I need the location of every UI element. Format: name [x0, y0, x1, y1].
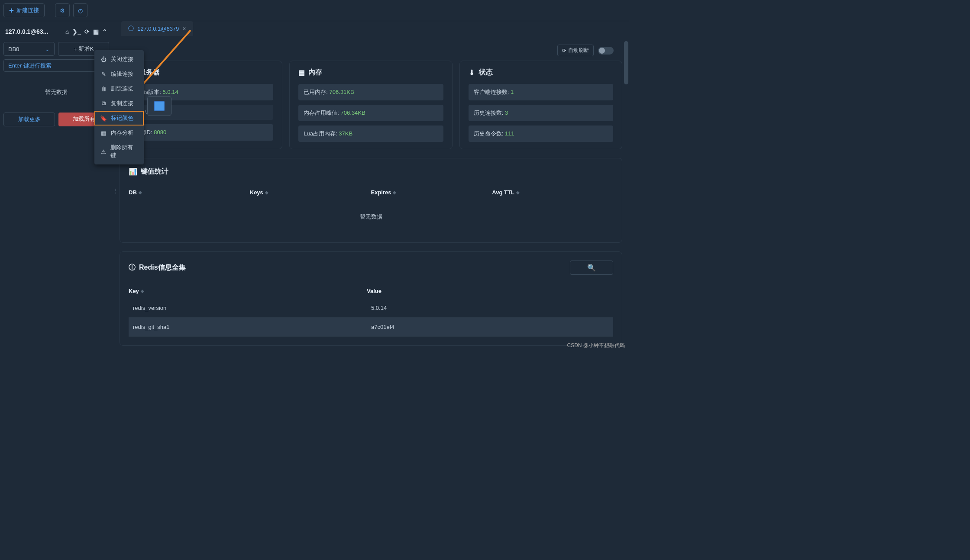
search-input[interactable] [3, 59, 109, 72]
status-title: 状态 [479, 68, 493, 77]
info-value: 5.0.14 [371, 305, 387, 311]
stat-row: 已用内存: 706.31KB [298, 84, 443, 100]
empty-message: 暂无数据 [3, 75, 109, 109]
ctx-close-connection[interactable]: ⏻关闭连接 [94, 52, 144, 67]
table-row: redis_version 5.0.14 [129, 299, 613, 318]
home-icon[interactable]: ⌂ [65, 28, 69, 35]
warning-icon: ⚠ [100, 148, 106, 155]
stat-row: 客户端连接数: 1 [469, 84, 613, 100]
sort-icon: ◆ [265, 190, 268, 195]
plus-icon: + [74, 46, 77, 52]
client-count: 1 [511, 89, 514, 95]
col-db[interactable]: DB◆ [129, 189, 250, 196]
auto-refresh-button[interactable]: ⟳ 自动刷新 [557, 45, 594, 56]
db-select[interactable]: DB0 ⌄ [3, 42, 55, 56]
sort-icon: ◆ [393, 190, 396, 195]
auto-refresh-label: 自动刷新 [568, 47, 589, 54]
history-button[interactable]: ◷ [73, 3, 87, 17]
info-icon: ⓘ [128, 25, 134, 32]
grid-icon[interactable]: ▦ [93, 28, 99, 35]
used-memory: 706.31KB [330, 89, 354, 95]
connection-name: 127.0.0.1@63... [5, 28, 48, 35]
copy-icon: ⧉ [100, 100, 107, 107]
info-search[interactable]: 🔍 [570, 261, 613, 275]
clock-icon: ◷ [78, 7, 83, 14]
plus-icon: ✚ [9, 7, 14, 14]
memory-icon: ▤ [298, 68, 305, 77]
stat-row: 历史命令数: 111 [469, 126, 613, 142]
table-row: redis_git_sha1 a7c01ef4 [129, 318, 613, 337]
peak-memory: 706.34KB [341, 109, 365, 116]
memory-card: ▤内存 已用内存: 706.31KB 内存占用峰值: 706.34KB Lua占… [289, 61, 452, 149]
auto-refresh-toggle[interactable] [598, 47, 614, 55]
refresh-icon: ⟳ [562, 48, 566, 54]
new-connection-button[interactable]: ✚ 新建连接 [3, 3, 45, 17]
sort-icon: ◆ [516, 190, 520, 195]
keystats-panel: 📊键值统计 DB◆ Keys◆ Expires◆ Avg TTL◆ 暂无数据 [120, 158, 622, 243]
col-key[interactable]: Key◆ [129, 288, 367, 294]
edit-icon: ✎ [100, 71, 107, 77]
keystats-empty: 暂无数据 [129, 200, 613, 234]
process-id: 8080 [154, 129, 166, 135]
sort-icon: ◆ [141, 289, 144, 293]
db-select-label: DB0 [8, 46, 19, 52]
ctx-memory-analysis[interactable]: ▦内存分析 [94, 126, 144, 140]
redis-info-panel: ⓘRedis信息全集 🔍 Key◆ Value redis_version 5.… [120, 251, 622, 346]
col-expires[interactable]: Expires◆ [371, 189, 492, 196]
bookmark-icon: 🔖 [100, 115, 107, 122]
col-avgttl[interactable]: Avg TTL◆ [492, 189, 613, 196]
col-value: Value [367, 288, 613, 294]
gear-icon: ⚙ [60, 7, 65, 14]
context-menu: ⏻关闭连接 ✎编辑连接 🗑删除连接 ⧉复制连接 🔖标记颜色 ▦内存分析 ⚠删除所… [94, 50, 144, 164]
stat-row: 内存占用峰值: 706.34KB [298, 105, 443, 121]
info-icon: ⓘ [129, 263, 136, 272]
new-connection-label: 新建连接 [16, 6, 39, 14]
ctx-copy-connection[interactable]: ⧉复制连接 [94, 96, 144, 111]
add-key-label: 新增K [78, 45, 94, 53]
redis-info-title: Redis信息全集 [139, 263, 186, 272]
splitter-handle[interactable]: ⋮ [113, 182, 117, 199]
sort-icon: ◆ [139, 190, 142, 195]
chevron-up-icon[interactable]: ⌃ [102, 28, 107, 35]
chart-icon: 📊 [129, 167, 137, 176]
close-icon[interactable]: × [182, 25, 186, 32]
status-icon: 🌡 [469, 69, 475, 77]
connection-tab[interactable]: ⓘ 127.0.0.1@6379 × [121, 21, 193, 36]
stat-row: 历史连接数: 3 [469, 105, 613, 121]
ctx-delete-connection[interactable]: 🗑删除连接 [94, 81, 144, 96]
status-card: 🌡状态 客户端连接数: 1 历史连接数: 3 历史命令数: 111 [459, 61, 622, 149]
stat-row: Lua占用内存: 37KB [298, 126, 443, 142]
chevron-down-icon: ⌄ [45, 46, 50, 52]
ctx-edit-connection[interactable]: ✎编辑连接 [94, 67, 144, 81]
tab-label: 127.0.0.1@6379 [137, 26, 179, 32]
redis-version: 5.0.14 [162, 89, 178, 95]
keystats-title: 键值统计 [141, 167, 168, 176]
hist-connections: 3 [505, 109, 508, 116]
scrollbar[interactable] [624, 41, 628, 84]
color-swatch-blue[interactable] [154, 101, 165, 111]
refresh-icon[interactable]: ⟳ [84, 28, 90, 35]
terminal-icon[interactable]: ❯_ [72, 28, 81, 35]
info-key: redis_git_sha1 [133, 324, 371, 330]
ctx-delete-all-keys[interactable]: ⚠删除所有键 [94, 140, 144, 163]
info-key: redis_version [133, 305, 371, 311]
ctx-mark-color[interactable]: 🔖标记颜色 [94, 111, 144, 126]
settings-button[interactable]: ⚙ [55, 3, 70, 17]
connection-header[interactable]: 127.0.0.1@63... ⌂ ❯_ ⟳ ▦ ⌃ [3, 25, 109, 39]
info-value: a7c01ef4 [371, 324, 394, 330]
server-card: 🖥服务器 Redis版本: 5.0.14 OS: W... 进程ID: 8080 [120, 61, 282, 149]
table-icon: ▦ [100, 130, 107, 136]
stat-row: 进程ID: 8080 [129, 124, 273, 141]
search-icon: 🔍 [587, 264, 596, 271]
col-keys[interactable]: Keys◆ [250, 189, 371, 196]
trash-icon: 🗑 [100, 86, 107, 92]
hist-commands: 111 [505, 130, 514, 137]
color-picker-popup [147, 96, 171, 116]
power-icon: ⏻ [100, 56, 107, 63]
lua-memory: 37KB [339, 130, 352, 137]
memory-title: 内存 [308, 68, 322, 77]
load-more-button[interactable]: 加载更多 [3, 113, 55, 126]
watermark: CSDN @小钟不想敲代码 [567, 342, 625, 349]
